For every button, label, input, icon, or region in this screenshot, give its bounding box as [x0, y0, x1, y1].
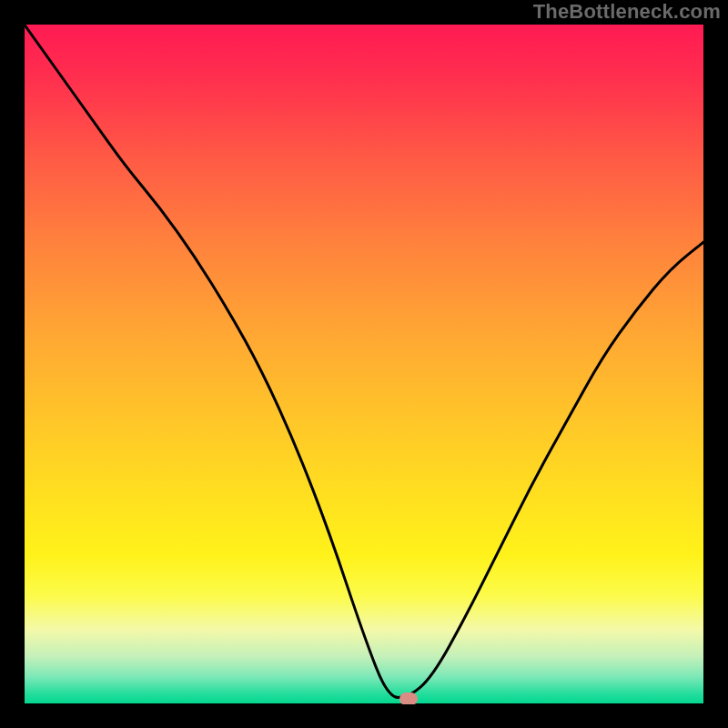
plot-area: [24, 24, 704, 704]
chart-frame: TheBottleneck.com: [0, 0, 728, 728]
optimal-marker: [399, 693, 418, 704]
curve-layer: [24, 24, 704, 704]
watermark-text: TheBottleneck.com: [533, 0, 721, 24]
bottleneck-curve: [24, 24, 704, 698]
